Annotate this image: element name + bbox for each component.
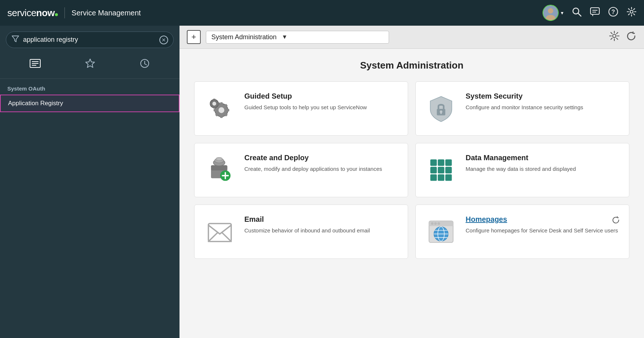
sidebar: ✕	[0, 26, 179, 338]
homepages-title[interactable]: Homepages	[466, 215, 507, 224]
data-management-icon	[425, 154, 458, 187]
dropdown-chevron-icon: ▼	[282, 34, 288, 40]
system-security-desc: Configure and monitor Instance security …	[466, 103, 583, 112]
svg-marker-16	[86, 59, 95, 67]
data-management-title: Data Management	[466, 154, 576, 162]
homepages-refresh-icon[interactable]	[611, 216, 620, 227]
app-title: Service Management	[71, 9, 141, 17]
main-layout: ✕	[0, 26, 644, 338]
svg-rect-25	[214, 109, 217, 111]
svg-rect-54	[430, 174, 437, 181]
filter-icon	[11, 35, 19, 45]
svg-rect-33	[213, 99, 215, 101]
content-area: + System Administration ▼	[179, 26, 644, 338]
email-text: Email Customize behavior of inbound and …	[244, 215, 370, 235]
guided-setup-text: Guided Setup Guided Setup tools to help …	[244, 92, 367, 112]
search-bar: ✕	[6, 32, 174, 48]
logo[interactable]: servicenow	[7, 7, 58, 19]
svg-point-63	[431, 222, 433, 225]
svg-rect-5	[591, 8, 599, 14]
card-homepages[interactable]: Homepages Configure homepages for Servic…	[415, 205, 629, 259]
svg-rect-39	[440, 112, 442, 114]
svg-rect-56	[445, 174, 452, 181]
avatar-chevron[interactable]: ▾	[561, 10, 563, 16]
create-deploy-icon	[203, 154, 236, 187]
data-management-text: Data Management Manage the way data is s…	[466, 154, 576, 173]
homepages-text: Homepages Configure homepages for Servic…	[466, 215, 620, 235]
guided-setup-desc: Guided Setup tools to help you set up Se…	[244, 103, 367, 112]
svg-point-65	[437, 222, 440, 225]
sidebar-item-label: Application Registry	[8, 100, 63, 107]
system-security-title: System Security	[466, 92, 583, 100]
svg-line-59	[222, 233, 231, 242]
svg-point-10	[630, 10, 633, 13]
email-desc: Customize behavior of inbound and outbou…	[244, 227, 370, 235]
nav-right: ▾ ?	[543, 5, 637, 21]
settings-icon[interactable]	[626, 7, 637, 19]
tab-history[interactable]	[132, 56, 157, 73]
svg-rect-35	[210, 103, 212, 105]
card-email[interactable]: Email Customize behavior of inbound and …	[194, 205, 408, 259]
user-avatar[interactable]	[543, 5, 559, 21]
avatar-container[interactable]: ▾	[543, 5, 563, 21]
svg-marker-11	[12, 36, 19, 42]
svg-rect-23	[220, 102, 223, 106]
svg-rect-55	[438, 174, 444, 181]
header-refresh-icon[interactable]	[626, 30, 637, 44]
module-dropdown[interactable]: System Administration ▼	[206, 31, 389, 44]
dropdown-label: System Administration	[211, 33, 277, 41]
avatar-svg	[543, 5, 558, 21]
help-icon[interactable]: ?	[608, 7, 618, 19]
sidebar-group-label: System OAuth	[0, 79, 179, 95]
card-guided-setup[interactable]: Guided Setup Guided Setup tools to help …	[194, 81, 408, 136]
card-create-deploy[interactable]: Create and Deploy Create, modify and dep…	[194, 143, 408, 197]
create-deploy-text: Create and Deploy Create, modify and dep…	[244, 154, 382, 173]
svg-point-1	[548, 8, 554, 14]
header-settings-icon[interactable]	[609, 30, 620, 44]
card-data-management[interactable]: Data Management Manage the way data is s…	[415, 143, 629, 197]
svg-rect-34	[213, 106, 215, 109]
top-navigation: servicenow Service Management ▾	[0, 0, 644, 26]
email-title: Email	[244, 215, 370, 224]
tab-favorites[interactable]	[78, 56, 103, 73]
content-header: + System Administration ▼	[179, 26, 644, 49]
svg-text:?: ?	[611, 9, 615, 15]
guided-setup-icon	[203, 92, 236, 125]
nav-left: servicenow Service Management	[7, 7, 141, 19]
svg-rect-53	[445, 167, 452, 173]
homepages-desc: Configure homepages for Service Desk and…	[466, 227, 620, 235]
search-input[interactable]	[23, 36, 156, 44]
svg-point-64	[434, 222, 437, 225]
svg-line-58	[208, 233, 218, 242]
logo-text: servicenow	[7, 7, 58, 19]
svg-rect-48	[430, 159, 437, 166]
svg-rect-50	[445, 159, 452, 166]
nav-divider	[64, 7, 65, 18]
system-security-icon	[425, 92, 458, 125]
sidebar-item-application-registry[interactable]: Application Registry	[0, 95, 179, 112]
svg-rect-52	[438, 167, 444, 173]
svg-rect-26	[226, 109, 229, 111]
guided-setup-title: Guided Setup	[244, 92, 367, 100]
svg-rect-49	[438, 159, 444, 166]
create-deploy-desc: Create, modify and deploy applications t…	[244, 165, 382, 173]
tab-all[interactable]	[22, 57, 48, 73]
content-scroll: System Administration	[179, 49, 644, 338]
search-icon[interactable]	[571, 7, 582, 19]
svg-line-4	[578, 13, 581, 16]
svg-point-20	[613, 34, 616, 37]
svg-rect-51	[430, 167, 437, 173]
svg-line-19	[145, 64, 147, 65]
sidebar-tabs	[0, 52, 179, 79]
add-button[interactable]: +	[187, 30, 201, 44]
card-system-security[interactable]: System Security Configure and monitor In…	[415, 81, 629, 136]
chat-icon[interactable]	[590, 7, 600, 19]
avatar-image	[543, 5, 558, 20]
svg-point-22	[218, 107, 224, 113]
homepages-icon	[425, 215, 458, 248]
clear-search-icon[interactable]: ✕	[159, 36, 168, 44]
data-management-desc: Manage the way data is stored and displa…	[466, 165, 576, 173]
svg-rect-36	[218, 103, 220, 105]
svg-point-44	[216, 157, 222, 161]
create-deploy-title: Create and Deploy	[244, 154, 382, 162]
